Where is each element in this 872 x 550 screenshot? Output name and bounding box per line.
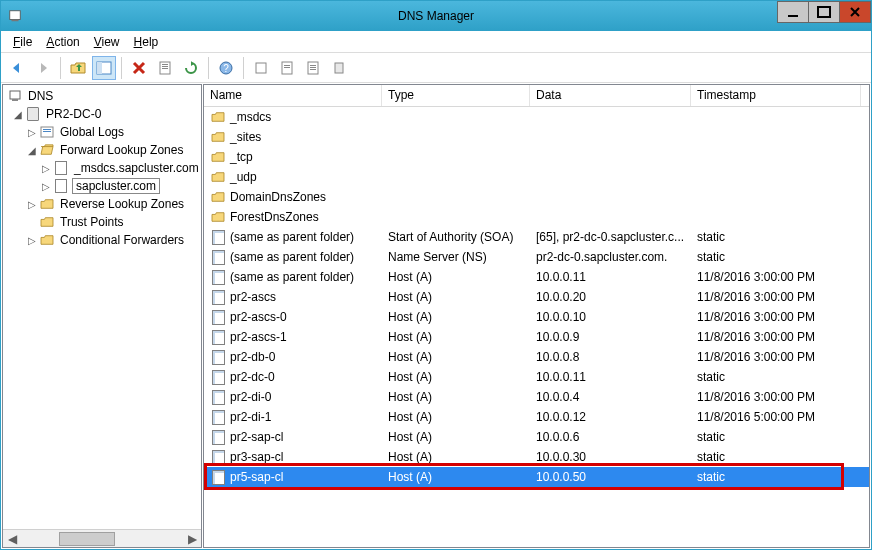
tree-server[interactable]: ◢ PR2-DC-0 (3, 105, 201, 123)
tree-trust-points-label: Trust Points (58, 215, 126, 229)
item-timestamp: static (691, 250, 861, 264)
menu-help[interactable]: Help (128, 33, 165, 51)
tree-rev-zones-label: Reverse Lookup Zones (58, 197, 186, 211)
list-item[interactable]: pr2-di-0Host (A)10.0.0.411/8/2016 3:00:0… (204, 387, 869, 407)
list-item[interactable]: (same as parent folder)Name Server (NS)p… (204, 247, 869, 267)
list-item[interactable]: _udp (204, 167, 869, 187)
menu-file[interactable]: File (7, 33, 38, 51)
item-timestamp: 11/8/2016 3:00:00 PM (691, 390, 861, 404)
item-name: pr5-sap-cl (230, 470, 283, 484)
list-item[interactable]: _tcp (204, 147, 869, 167)
item-timestamp: 11/8/2016 3:00:00 PM (691, 310, 861, 324)
list-item[interactable]: ForestDnsZones (204, 207, 869, 227)
back-button[interactable] (5, 56, 29, 80)
tree-trust-points[interactable]: Trust Points (3, 213, 201, 231)
item-name: pr2-dc-0 (230, 370, 275, 384)
expand-icon[interactable]: ▷ (39, 163, 53, 174)
expand-icon[interactable]: ▷ (25, 199, 39, 210)
item-name: pr2-db-0 (230, 350, 275, 364)
tree-cond-fwd[interactable]: ▷ Conditional Forwarders (3, 231, 201, 249)
menu-view[interactable]: View (88, 33, 126, 51)
col-type[interactable]: Type (382, 85, 530, 106)
item-timestamp: static (691, 230, 861, 244)
toolbar-button-3[interactable] (301, 56, 325, 80)
list-item[interactable]: pr2-ascs-0Host (A)10.0.0.1011/8/2016 3:0… (204, 307, 869, 327)
svg-rect-15 (310, 65, 316, 66)
tree-root[interactable]: DNS (3, 87, 201, 105)
tree-pane: DNS ◢ PR2-DC-0 ▷ Global Logs ◢ Forward L… (2, 84, 202, 548)
folder-icon (39, 196, 55, 212)
menubar: File Action View Help (1, 31, 871, 53)
folder-icon (39, 232, 55, 248)
expand-icon[interactable]: ▷ (25, 235, 39, 246)
tree-global-logs[interactable]: ▷ Global Logs (3, 123, 201, 141)
record-icon (210, 449, 226, 465)
col-data[interactable]: Data (530, 85, 691, 106)
list-item[interactable]: (same as parent folder)Host (A)10.0.0.11… (204, 267, 869, 287)
tree-fwd-zones[interactable]: ◢ Forward Lookup Zones (3, 141, 201, 159)
list-item[interactable]: pr2-di-1Host (A)10.0.0.1211/8/2016 5:00:… (204, 407, 869, 427)
zone-icon (53, 160, 69, 176)
list-item[interactable]: pr2-db-0Host (A)10.0.0.811/8/2016 3:00:0… (204, 347, 869, 367)
item-timestamp: static (691, 470, 861, 484)
forward-button[interactable] (31, 56, 55, 80)
help-button[interactable]: ? (214, 56, 238, 80)
menu-action[interactable]: Action (40, 33, 85, 51)
delete-button[interactable] (127, 56, 151, 80)
item-name: (same as parent folder) (230, 250, 354, 264)
toolbar-button-1[interactable] (249, 56, 273, 80)
list-item[interactable]: pr5-sap-clHost (A)10.0.0.50static (204, 467, 869, 487)
item-data: 10.0.0.4 (530, 390, 691, 404)
list-item[interactable]: pr2-ascs-1Host (A)10.0.0.911/8/2016 3:00… (204, 327, 869, 347)
list-item[interactable]: _sites (204, 127, 869, 147)
titlebar[interactable]: DNS Manager (1, 1, 871, 31)
toolbar-button-2[interactable] (275, 56, 299, 80)
toolbar: ? (1, 53, 871, 83)
item-name: (same as parent folder) (230, 270, 354, 284)
list-item[interactable]: pr3-sap-clHost (A)10.0.0.30static (204, 447, 869, 467)
tree-fwd-zones-label: Forward Lookup Zones (58, 143, 185, 157)
tree-msdcs-zone[interactable]: ▷ _msdcs.sapcluster.com (3, 159, 201, 177)
item-type: Host (A) (382, 410, 530, 424)
window-title: DNS Manager (1, 9, 871, 23)
show-hide-button[interactable] (92, 56, 116, 80)
item-data: 10.0.0.9 (530, 330, 691, 344)
record-icon (210, 229, 226, 245)
svg-rect-18 (335, 63, 343, 73)
logs-icon (39, 124, 55, 140)
expand-icon[interactable]: ▷ (25, 127, 39, 138)
tree-hscroll[interactable]: ◀ ▶ (3, 529, 201, 547)
list-body[interactable]: _msdcs_sites_tcp_udpDomainDnsZonesForest… (204, 107, 869, 547)
tree[interactable]: DNS ◢ PR2-DC-0 ▷ Global Logs ◢ Forward L… (3, 85, 201, 529)
maximize-button[interactable] (808, 1, 840, 23)
up-folder-button[interactable] (66, 56, 90, 80)
properties-button[interactable] (153, 56, 177, 80)
col-timestamp[interactable]: Timestamp (691, 85, 861, 106)
collapse-icon[interactable]: ◢ (25, 145, 39, 156)
list-item[interactable]: (same as parent folder)Start of Authorit… (204, 227, 869, 247)
item-name: pr2-di-1 (230, 410, 271, 424)
list-item[interactable]: pr2-ascsHost (A)10.0.0.2011/8/2016 3:00:… (204, 287, 869, 307)
toolbar-button-4[interactable] (327, 56, 351, 80)
close-button[interactable] (839, 1, 871, 23)
scroll-left-button[interactable]: ◀ (3, 531, 21, 547)
collapse-icon[interactable]: ◢ (11, 109, 25, 120)
record-icon (210, 249, 226, 265)
minimize-button[interactable] (777, 1, 809, 23)
item-timestamp: 11/8/2016 5:00:00 PM (691, 410, 861, 424)
item-type: Host (A) (382, 330, 530, 344)
scroll-thumb[interactable] (59, 532, 115, 546)
svg-rect-13 (284, 67, 290, 68)
record-icon (210, 269, 226, 285)
folder-icon (210, 169, 226, 185)
list-item[interactable]: pr2-dc-0Host (A)10.0.0.11static (204, 367, 869, 387)
expand-icon[interactable]: ▷ (39, 181, 53, 192)
list-item[interactable]: _msdcs (204, 107, 869, 127)
list-item[interactable]: DomainDnsZones (204, 187, 869, 207)
list-item[interactable]: pr2-sap-clHost (A)10.0.0.6static (204, 427, 869, 447)
scroll-right-button[interactable]: ▶ (183, 531, 201, 547)
refresh-button[interactable] (179, 56, 203, 80)
col-name[interactable]: Name (204, 85, 382, 106)
tree-sapcluster-zone[interactable]: ▷ sapcluster.com (3, 177, 201, 195)
tree-rev-zones[interactable]: ▷ Reverse Lookup Zones (3, 195, 201, 213)
